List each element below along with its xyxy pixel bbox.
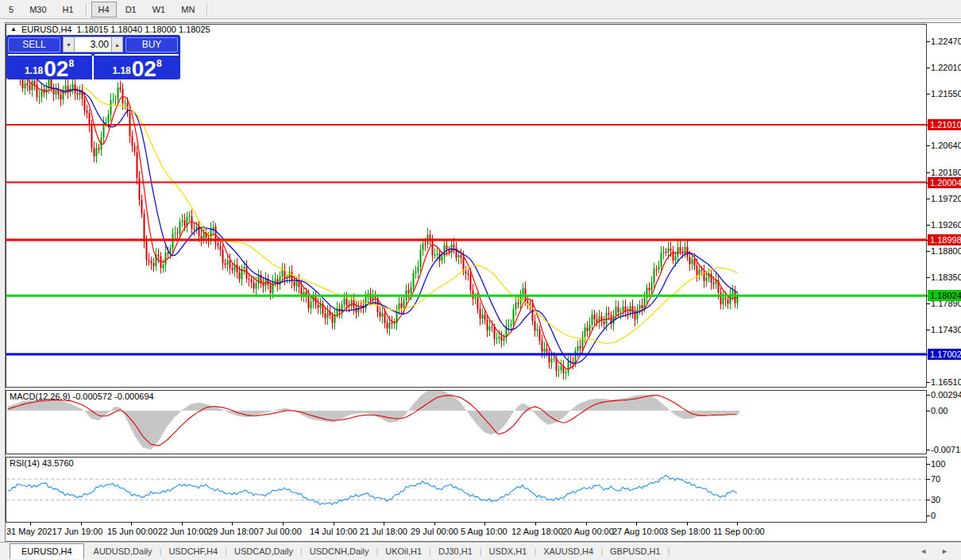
sell-price-big: 02 — [44, 58, 68, 79]
sell-button[interactable]: SELL — [8, 37, 60, 52]
rsi-indicator-label: RSI(14) 43.5760 — [10, 458, 74, 468]
time-axis-label: 11 Sep 00:00 — [713, 527, 765, 536]
price-level-badge: 1.17002 — [928, 349, 961, 360]
price-level-badge: 1.18024 — [928, 290, 961, 301]
tab-scroll-left-icon[interactable]: ◄ — [920, 547, 927, 555]
chart-tab[interactable]: USDX,H1 — [483, 544, 534, 558]
timeframe-toolbar: 5 M30 H1 H4 D1 W1 MN — [0, 0, 961, 19]
price-axis-label: 1.17430 — [931, 325, 961, 334]
chart-tab[interactable]: USDCNH,Daily — [303, 544, 376, 558]
sell-price-display: 1.18 02 8 — [6, 56, 94, 79]
one-click-trading-widget: SELL ▼ ▲ BUY 1.18 02 8 1.18 02 8 — [6, 35, 180, 79]
buy-price-small: 1.18 — [112, 65, 130, 76]
macd-axis-label: 0.00 — [931, 406, 947, 415]
sell-price-small: 1.18 — [25, 65, 43, 76]
macd-indicator-label: MACD(12,26,9) -0.000572 -0.000694 — [10, 392, 154, 401]
timeframe-w1-button[interactable]: W1 — [145, 2, 173, 17]
rsi-axis-label: 0 — [931, 511, 936, 520]
time-axis-label: 7 Jun 19:00 — [57, 527, 103, 536]
timeframe-m30-button[interactable]: M30 — [22, 2, 53, 17]
timeframe-m15-button[interactable]: 5 — [2, 2, 21, 17]
chart-ohlc-values: 1.18015 1.18040 1.18000 1.18025 — [77, 25, 210, 34]
time-axis-label: 12 Aug 18:00 — [511, 527, 563, 536]
timeframe-h1-button[interactable]: H1 — [56, 2, 81, 17]
time-axis-label: 20 Aug 00:00 — [562, 527, 614, 536]
buy-button[interactable]: BUY — [125, 37, 178, 52]
price-axis-label: 1.21550 — [931, 89, 961, 98]
timeframe-d1-button[interactable]: D1 — [118, 2, 144, 17]
time-axis-label: 29 Jun 18:00 — [208, 527, 259, 536]
rsi-panel[interactable] — [6, 458, 926, 522]
price-level-badge: 1.18998 — [928, 234, 961, 245]
volume-increase-button[interactable]: ▲ — [111, 37, 123, 52]
time-axis-label: 7 Jul 00:00 — [259, 527, 302, 536]
time-axis-label: 21 Jul 18:00 — [360, 527, 407, 536]
price-axis-label: 1.20640 — [931, 141, 961, 150]
chart-tab[interactable]: GBPUSD,H1 — [604, 544, 667, 558]
time-axis-label: 29 Jul 00:00 — [411, 527, 458, 536]
price-axis-label: 1.19720 — [931, 194, 961, 203]
chart-tab[interactable]: DJ30,H1 — [432, 544, 479, 558]
time-axis-label: 3 Sep 18:00 — [663, 527, 710, 536]
price-axis-label: 1.20180 — [931, 168, 961, 177]
price-level-badge: 1.21010 — [928, 119, 961, 130]
price-axis-label: 1.22470 — [931, 37, 961, 46]
buy-price-display: 1.18 02 8 — [94, 56, 180, 79]
sell-price-sup: 8 — [68, 58, 74, 69]
macd-axis-label: 0.002947 — [931, 390, 961, 400]
timeframe-mn-button[interactable]: MN — [174, 2, 202, 17]
timeframe-h4-button[interactable]: H4 — [91, 2, 117, 17]
chart-title-bar: ▲ EURUSD,H4 1.18015 1.18040 1.18000 1.18… — [10, 25, 210, 34]
buy-price-big: 02 — [132, 58, 156, 79]
volume-decrease-button[interactable]: ▼ — [63, 37, 75, 52]
rsi-axis-label: 70 — [931, 474, 940, 484]
time-axis-label: 5 Aug 10:00 — [461, 527, 508, 536]
time-axis-label: 22 Jun 10:00 — [158, 527, 209, 536]
buy-price-sup: 8 — [156, 58, 162, 69]
volume-input[interactable] — [75, 37, 111, 52]
tab-scroll-right-icon[interactable]: ► — [941, 547, 948, 555]
time-axis-label: 31 May 2021 — [6, 527, 57, 536]
rsi-axis-label: 30 — [931, 495, 940, 504]
chart-tab[interactable]: XAUUSD,H4 — [537, 544, 600, 558]
price-axis-label: 1.16510 — [931, 377, 961, 387]
time-axis-label: 15 Jun 00:00 — [107, 527, 158, 536]
chart-symbol-title: EURUSD,H4 — [21, 25, 72, 34]
chart-tab-bar: EURUSD,H4AUDUSD,Daily|USDCHF,H4|USDCAD,D… — [0, 542, 961, 560]
time-axis-label: 27 Aug 10:00 — [612, 527, 664, 536]
price-axis-label: 1.22010 — [931, 63, 961, 72]
rsi-axis-label: 100 — [931, 459, 945, 469]
price-axis-label: 1.18350 — [931, 272, 961, 282]
toolbar-separator — [206, 2, 207, 16]
price-level-badge: 1.20004 — [928, 177, 961, 188]
macd-axis-label: -0.007151 — [931, 445, 961, 454]
price-axis-label: 1.18800 — [931, 246, 961, 256]
chart-tab-active[interactable]: EURUSD,H4 — [10, 543, 84, 559]
tab-separator: | — [667, 546, 671, 556]
toolbar-separator — [86, 2, 87, 16]
chart-tab[interactable]: AUDUSD,Daily — [87, 544, 159, 558]
chart-tab[interactable]: USDCAD,Daily — [228, 544, 299, 558]
price-axis-label: 1.19260 — [931, 220, 961, 230]
one-click-collapse-icon[interactable]: ▲ — [10, 25, 17, 33]
chart-tab[interactable]: USDCHF,H4 — [162, 544, 224, 558]
time-axis-label: 14 Jul 10:00 — [310, 527, 357, 536]
chart-tab[interactable]: UKOil,H1 — [379, 544, 428, 558]
